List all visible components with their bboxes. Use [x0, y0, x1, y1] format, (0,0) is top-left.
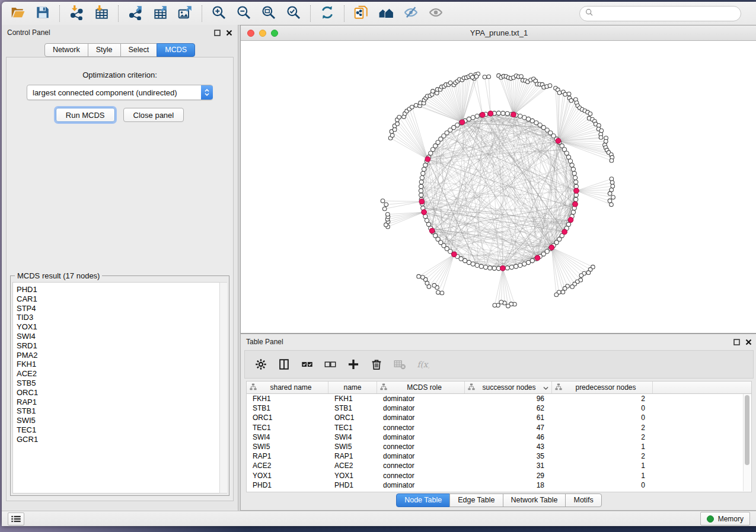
network-node[interactable] [611, 196, 615, 200]
network-node[interactable] [527, 117, 531, 121]
network-node[interactable] [530, 258, 534, 262]
zoom-out-button[interactable] [231, 4, 256, 24]
task-history-button[interactable] [8, 512, 24, 525]
tab-node-table[interactable]: Node Table [396, 493, 450, 507]
network-canvas[interactable] [241, 40, 756, 333]
network-node[interactable] [574, 197, 578, 201]
network-node[interactable] [574, 180, 578, 184]
network-node[interactable] [573, 176, 578, 180]
network-node[interactable] [519, 75, 524, 79]
search-box[interactable] [579, 6, 741, 21]
network-node[interactable] [571, 167, 575, 171]
delete-column-button[interactable] [369, 357, 384, 371]
mcds-hub-node[interactable] [573, 201, 578, 207]
mcds-result-node[interactable]: TEC1 [17, 425, 227, 435]
network-node[interactable] [426, 222, 430, 226]
network-node[interactable] [422, 167, 426, 171]
import-network-button[interactable] [64, 4, 89, 24]
open-file-button[interactable] [5, 4, 30, 24]
mcds-hub-node[interactable] [425, 156, 430, 162]
table-scrollbar-thumb[interactable] [745, 395, 749, 465]
mcds-result-node[interactable]: PHD1 [17, 285, 227, 294]
mcds-hub-node[interactable] [429, 228, 435, 233]
mcds-result-node[interactable]: GCR1 [17, 435, 227, 444]
network-node[interactable] [414, 104, 418, 108]
mcds-result-node[interactable]: TID3 [17, 313, 227, 322]
network-node[interactable] [420, 176, 424, 180]
network-node[interactable] [474, 75, 479, 79]
table-row-TEC1[interactable]: TEC1TEC1connector472 [247, 423, 751, 432]
network-node[interactable] [496, 111, 500, 115]
save-session-button[interactable] [30, 4, 55, 24]
network-node[interactable] [386, 213, 390, 217]
zoom-fit-button[interactable] [256, 4, 281, 24]
zoom-selected-button[interactable] [281, 4, 306, 24]
network-node[interactable] [425, 219, 429, 223]
table-row-FKH1[interactable]: FKH1FKH1dominator962 [247, 394, 751, 403]
export-image-button[interactable] [173, 4, 197, 24]
network-node[interactable] [419, 193, 423, 197]
mcds-result-node[interactable]: ORC1 [17, 388, 227, 398]
mcds-result-node[interactable]: ACE2 [17, 369, 227, 379]
network-node[interactable] [471, 75, 475, 79]
deselect-all-button[interactable] [323, 357, 337, 371]
network-node[interactable] [566, 155, 570, 159]
mcds-result-node[interactable]: STB1 [17, 406, 227, 416]
network-node[interactable] [471, 262, 475, 266]
network-node[interactable] [567, 92, 571, 96]
network-node[interactable] [421, 275, 425, 280]
network-node[interactable] [611, 184, 615, 188]
column-header-predecessor-nodes[interactable]: predecessor nodes [552, 382, 653, 393]
network-node[interactable] [527, 260, 531, 264]
table-row-ACE2[interactable]: ACE2ACE2connector311 [247, 461, 751, 470]
tab-network[interactable]: Network [44, 43, 88, 57]
network-node[interactable] [566, 222, 570, 226]
network-node[interactable] [530, 118, 534, 123]
network-node[interactable] [419, 180, 423, 184]
mcds-result-node[interactable]: STB5 [17, 379, 227, 388]
network-node[interactable] [499, 300, 503, 305]
network-node[interactable] [506, 304, 511, 308]
table-row-PHD1[interactable]: PHD1PHD1dominator180 [247, 480, 751, 490]
network-node[interactable] [440, 291, 444, 295]
network-node[interactable] [488, 266, 492, 270]
network-node[interactable] [522, 116, 527, 120]
mcds-result-node[interactable]: SWI4 [17, 332, 227, 341]
network-node[interactable] [436, 290, 441, 294]
mcds-hub-node[interactable] [562, 229, 567, 235]
table-row-SWI5[interactable]: SWI5SWI5connector431 [247, 442, 751, 451]
table-row-ORC1[interactable]: ORC1ORC1dominator610 [247, 413, 751, 422]
network-node[interactable] [432, 283, 436, 287]
network-node[interactable] [421, 171, 425, 175]
close-table-panel-icon[interactable] [745, 339, 752, 345]
mcds-result-node[interactable]: CAR1 [17, 294, 227, 304]
close-panel-icon[interactable] [226, 30, 232, 36]
network-node[interactable] [483, 75, 487, 79]
table-row-STB1[interactable]: STB1STB1dominator620 [247, 403, 751, 413]
export-table-button[interactable] [148, 4, 173, 24]
duplicate-network-button[interactable] [349, 4, 374, 24]
memory-button[interactable]: Memory [700, 512, 750, 525]
table-scrollbar[interactable] [743, 394, 751, 491]
mcds-result-list[interactable]: PHD1CAR1STP4TID3YOX1SWI4SRD1PMA2FKH1ACE2… [12, 282, 227, 493]
mcds-hub-node[interactable] [549, 245, 554, 251]
network-node[interactable] [475, 114, 479, 118]
network-node[interactable] [610, 159, 614, 163]
network-node[interactable] [492, 266, 496, 270]
mcds-hub-node[interactable] [500, 266, 506, 271]
mcds-hub-node[interactable] [568, 217, 573, 223]
mcds-hub-node[interactable] [574, 188, 579, 194]
network-node[interactable] [390, 133, 394, 137]
network-node[interactable] [599, 129, 604, 133]
network-node[interactable] [505, 111, 509, 116]
column-header-shared-name[interactable]: shared name [247, 382, 328, 393]
network-node[interactable] [467, 260, 471, 264]
mcds-hub-node[interactable] [452, 252, 457, 257]
network-node[interactable] [417, 274, 421, 278]
show-columns-button[interactable] [277, 357, 291, 371]
network-node[interactable] [509, 265, 513, 270]
run-mcds-button[interactable]: Run MCDS [56, 108, 115, 122]
network-node[interactable] [501, 111, 505, 116]
network-node[interactable] [505, 266, 509, 270]
network-node[interactable] [557, 91, 562, 95]
